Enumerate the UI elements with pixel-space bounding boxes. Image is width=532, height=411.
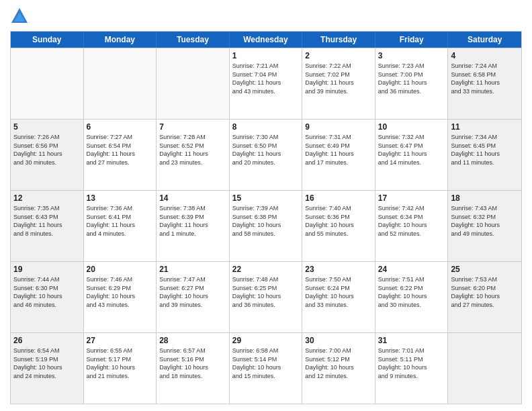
logo-icon <box>10 7 29 26</box>
weekday-header-friday: Friday <box>375 32 449 48</box>
day-number: 9 <box>305 122 372 132</box>
calendar-cell-1: 1Sunrise: 7:21 AM Sunset: 7:04 PM Daylig… <box>230 48 303 119</box>
day-number: 30 <box>305 335 372 346</box>
calendar-cell-25: 25Sunrise: 7:53 AM Sunset: 6:20 PM Dayli… <box>448 262 521 332</box>
weekday-header-monday: Monday <box>84 32 157 48</box>
day-number: 19 <box>13 264 81 275</box>
calendar-cell-23: 23Sunrise: 7:50 AM Sunset: 6:24 PM Dayli… <box>302 262 375 332</box>
day-number: 1 <box>232 50 300 61</box>
weekday-header-sunday: Sunday <box>11 32 84 48</box>
cell-info: Sunrise: 7:39 AM Sunset: 6:38 PM Dayligh… <box>232 204 300 238</box>
calendar-cell-14: 14Sunrise: 7:38 AM Sunset: 6:39 PM Dayli… <box>157 191 230 261</box>
cell-info: Sunrise: 7:35 AM Sunset: 6:43 PM Dayligh… <box>13 204 81 238</box>
calendar-cell-3: 3Sunrise: 7:23 AM Sunset: 7:00 PM Daylig… <box>375 48 449 119</box>
cell-info: Sunrise: 7:44 AM Sunset: 6:30 PM Dayligh… <box>13 275 81 309</box>
calendar-cell-empty <box>11 48 84 119</box>
cell-info: Sunrise: 7:46 AM Sunset: 6:29 PM Dayligh… <box>87 275 154 309</box>
weekday-header-thursday: Thursday <box>302 32 375 48</box>
cell-info: Sunrise: 7:21 AM Sunset: 7:04 PM Dayligh… <box>232 62 300 95</box>
day-number: 3 <box>378 50 445 61</box>
calendar-row-1: 5Sunrise: 7:26 AM Sunset: 6:56 PM Daylig… <box>11 119 521 190</box>
weekday-header-wednesday: Wednesday <box>230 32 303 48</box>
cell-info: Sunrise: 7:42 AM Sunset: 6:34 PM Dayligh… <box>378 204 445 238</box>
calendar-cell-28: 28Sunrise: 6:57 AM Sunset: 5:16 PM Dayli… <box>157 333 230 404</box>
cell-info: Sunrise: 7:38 AM Sunset: 6:39 PM Dayligh… <box>159 204 226 238</box>
day-number: 12 <box>13 193 81 203</box>
day-number: 20 <box>87 264 154 275</box>
cell-info: Sunrise: 7:32 AM Sunset: 6:47 PM Dayligh… <box>378 133 445 167</box>
cell-info: Sunrise: 7:30 AM Sunset: 6:50 PM Dayligh… <box>232 133 300 167</box>
day-number: 24 <box>378 264 445 275</box>
cell-info: Sunrise: 7:00 AM Sunset: 5:12 PM Dayligh… <box>305 347 372 380</box>
day-number: 25 <box>451 264 519 275</box>
cell-info: Sunrise: 7:01 AM Sunset: 5:11 PM Dayligh… <box>378 347 445 380</box>
calendar-cell-17: 17Sunrise: 7:42 AM Sunset: 6:34 PM Dayli… <box>375 191 449 261</box>
day-number: 18 <box>451 193 519 203</box>
calendar-cell-31: 31Sunrise: 7:01 AM Sunset: 5:11 PM Dayli… <box>375 333 449 404</box>
day-number: 4 <box>451 50 519 61</box>
day-number: 27 <box>87 335 154 346</box>
calendar-cell-22: 22Sunrise: 7:48 AM Sunset: 6:25 PM Dayli… <box>230 262 303 332</box>
day-number: 13 <box>87 193 154 203</box>
day-number: 8 <box>232 122 300 132</box>
calendar-cell-19: 19Sunrise: 7:44 AM Sunset: 6:30 PM Dayli… <box>11 262 84 332</box>
day-number: 2 <box>305 50 372 61</box>
cell-info: Sunrise: 7:53 AM Sunset: 6:20 PM Dayligh… <box>451 275 519 309</box>
header <box>10 7 522 26</box>
day-number: 6 <box>87 122 154 132</box>
calendar-cell-26: 26Sunrise: 6:54 AM Sunset: 5:19 PM Dayli… <box>11 333 84 404</box>
cell-info: Sunrise: 7:36 AM Sunset: 6:41 PM Dayligh… <box>87 204 154 238</box>
calendar-cell-5: 5Sunrise: 7:26 AM Sunset: 6:56 PM Daylig… <box>11 120 84 190</box>
cell-info: Sunrise: 7:43 AM Sunset: 6:32 PM Dayligh… <box>451 204 519 238</box>
day-number: 21 <box>159 264 226 275</box>
calendar-cell-27: 27Sunrise: 6:55 AM Sunset: 5:17 PM Dayli… <box>84 333 157 404</box>
calendar-cell-18: 18Sunrise: 7:43 AM Sunset: 6:32 PM Dayli… <box>448 191 521 261</box>
calendar-cell-30: 30Sunrise: 7:00 AM Sunset: 5:12 PM Dayli… <box>302 333 375 404</box>
calendar-cell-2: 2Sunrise: 7:22 AM Sunset: 7:02 PM Daylig… <box>302 48 375 119</box>
cell-info: Sunrise: 6:57 AM Sunset: 5:16 PM Dayligh… <box>159 347 226 380</box>
day-number: 10 <box>378 122 445 132</box>
logo <box>10 7 32 26</box>
day-number: 31 <box>378 335 445 346</box>
calendar: SundayMondayTuesdayWednesdayThursdayFrid… <box>10 31 522 404</box>
calendar-cell-empty <box>448 333 521 404</box>
cell-info: Sunrise: 7:51 AM Sunset: 6:22 PM Dayligh… <box>378 275 445 309</box>
calendar-cell-8: 8Sunrise: 7:30 AM Sunset: 6:50 PM Daylig… <box>230 120 303 190</box>
day-number: 28 <box>159 335 226 346</box>
cell-info: Sunrise: 7:23 AM Sunset: 7:00 PM Dayligh… <box>378 62 445 95</box>
calendar-row-3: 19Sunrise: 7:44 AM Sunset: 6:30 PM Dayli… <box>11 261 521 332</box>
calendar-cell-24: 24Sunrise: 7:51 AM Sunset: 6:22 PM Dayli… <box>375 262 449 332</box>
page: SundayMondayTuesdayWednesdayThursdayFrid… <box>0 0 532 411</box>
calendar-cell-21: 21Sunrise: 7:47 AM Sunset: 6:27 PM Dayli… <box>157 262 230 332</box>
cell-info: Sunrise: 7:40 AM Sunset: 6:36 PM Dayligh… <box>305 204 372 238</box>
cell-info: Sunrise: 6:58 AM Sunset: 5:14 PM Dayligh… <box>232 347 300 380</box>
day-number: 7 <box>159 122 226 132</box>
calendar-cell-11: 11Sunrise: 7:34 AM Sunset: 6:45 PM Dayli… <box>448 120 521 190</box>
cell-info: Sunrise: 6:55 AM Sunset: 5:17 PM Dayligh… <box>87 347 154 380</box>
calendar-cell-4: 4Sunrise: 7:24 AM Sunset: 6:58 PM Daylig… <box>448 48 521 119</box>
day-number: 23 <box>305 264 372 275</box>
calendar-row-4: 26Sunrise: 6:54 AM Sunset: 5:19 PM Dayli… <box>11 332 521 404</box>
cell-info: Sunrise: 7:47 AM Sunset: 6:27 PM Dayligh… <box>159 275 226 309</box>
calendar-header-row: SundayMondayTuesdayWednesdayThursdayFrid… <box>11 32 521 48</box>
cell-info: Sunrise: 7:28 AM Sunset: 6:52 PM Dayligh… <box>159 133 226 167</box>
calendar-cell-12: 12Sunrise: 7:35 AM Sunset: 6:43 PM Dayli… <box>11 191 84 261</box>
cell-info: Sunrise: 7:22 AM Sunset: 7:02 PM Dayligh… <box>305 62 372 95</box>
day-number: 14 <box>159 193 226 203</box>
day-number: 16 <box>305 193 372 203</box>
calendar-cell-empty <box>84 48 157 119</box>
day-number: 29 <box>232 335 300 346</box>
cell-info: Sunrise: 7:24 AM Sunset: 6:58 PM Dayligh… <box>451 62 519 95</box>
cell-info: Sunrise: 7:26 AM Sunset: 6:56 PM Dayligh… <box>13 133 81 167</box>
cell-info: Sunrise: 7:27 AM Sunset: 6:54 PM Dayligh… <box>87 133 154 167</box>
calendar-body: 1Sunrise: 7:21 AM Sunset: 7:04 PM Daylig… <box>11 48 521 404</box>
day-number: 5 <box>13 122 81 132</box>
calendar-cell-empty <box>157 48 230 119</box>
calendar-cell-20: 20Sunrise: 7:46 AM Sunset: 6:29 PM Dayli… <box>84 262 157 332</box>
calendar-cell-15: 15Sunrise: 7:39 AM Sunset: 6:38 PM Dayli… <box>230 191 303 261</box>
cell-info: Sunrise: 7:34 AM Sunset: 6:45 PM Dayligh… <box>451 133 519 167</box>
cell-info: Sunrise: 6:54 AM Sunset: 5:19 PM Dayligh… <box>13 347 81 380</box>
calendar-row-2: 12Sunrise: 7:35 AM Sunset: 6:43 PM Dayli… <box>11 190 521 261</box>
day-number: 22 <box>232 264 300 275</box>
day-number: 11 <box>451 122 519 132</box>
